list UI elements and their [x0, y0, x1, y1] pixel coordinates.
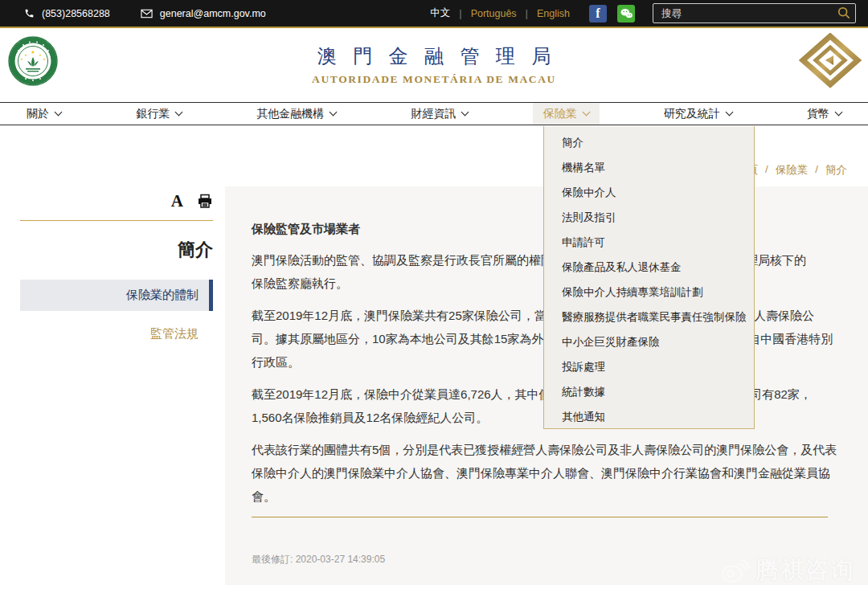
- main-nav: 關於 銀行業 其他金融機構 財經資訊 保險業 研究及統計 貨幣: [0, 102, 868, 125]
- email-contact[interactable]: general@amcm.gov.mo: [141, 8, 266, 19]
- text-line: 會。: [252, 485, 868, 508]
- site-title-chinese: 澳門金融管理局: [16, 43, 868, 69]
- chevron-down-icon: [725, 108, 733, 117]
- search-input[interactable]: [653, 3, 856, 23]
- amcm-diamond-logo[interactable]: [799, 33, 862, 89]
- chevron-down-icon: [175, 108, 183, 117]
- chevron-down-icon: [582, 108, 590, 117]
- lang-en[interactable]: English: [528, 8, 579, 19]
- sidebar-item-regulations[interactable]: 監管法規: [20, 318, 213, 350]
- dropdown-item-institutions-list[interactable]: 機構名單: [544, 155, 754, 180]
- nav-item-other-financial-institutions[interactable]: 其他金融機構: [246, 103, 346, 125]
- top-utility-bar: (853)28568288 general@amcm.gov.mo 中文 | P…: [0, 0, 868, 28]
- insurance-dropdown-menu: 簡介 機構名單 保險中介人 法則及指引 申請許可 保險產品及私人退休基金 保險中…: [543, 126, 755, 429]
- site-title-block[interactable]: 澳門金融管理局 AUTORIDADE MONETÁRIA DE MACAU: [0, 43, 868, 86]
- breadcrumb-current: 簡介: [825, 163, 847, 178]
- nav-item-financial-info[interactable]: 財經資訊: [400, 103, 478, 125]
- dropdown-item-licence-application[interactable]: 申請許可: [544, 230, 754, 255]
- text-line: 保險中介人的澳門保險業中介人協會、澳門保險專業中介人聯會、澳門保險中介行業協會和…: [252, 461, 868, 485]
- nav-item-banking[interactable]: 銀行業: [125, 103, 192, 125]
- dropdown-item-medical-liability-insurance[interactable]: 醫療服務提供者職業民事責任強制保險: [544, 305, 754, 329]
- chevron-down-icon: [55, 108, 63, 117]
- breadcrumb-separator: /: [815, 163, 818, 178]
- nav-label: 銀行業: [136, 107, 170, 121]
- wechat-icon[interactable]: [617, 5, 635, 22]
- nav-item-currency[interactable]: 貨幣: [796, 103, 852, 125]
- search-icon[interactable]: [837, 6, 850, 19]
- site-header: ★★★ ★★ 澳門金融管理局 AUTORIDADE MONETÁRIA DE M…: [0, 30, 868, 102]
- lang-pt[interactable]: Português: [462, 8, 526, 19]
- site-title-portuguese: AUTORIDADE MONETÁRIA DE MACAU: [0, 73, 868, 86]
- search-box: [653, 3, 856, 23]
- sidebar-item-insurance-system[interactable]: 保險業的體制: [20, 280, 213, 311]
- paragraph-associations: 代表該行業的團體共有5個，分別是代表已獲授權經營人壽保險公司及非人壽保險公司的澳…: [252, 438, 868, 508]
- nav-label: 保險業: [543, 107, 577, 121]
- breadcrumb-insurance[interactable]: 保險業: [776, 163, 809, 178]
- sidebar: A 簡介 保險業的體制 監管法規: [20, 193, 213, 357]
- font-size-button[interactable]: A: [171, 193, 183, 210]
- breadcrumb-separator: /: [765, 163, 768, 178]
- phone-contact: (853)28568288: [24, 8, 110, 19]
- phone-icon: [24, 8, 35, 18]
- lang-zh[interactable]: 中文: [421, 6, 459, 20]
- topbar-right-group: 中文 | Português | English f: [421, 3, 856, 23]
- content-divider: [252, 517, 828, 517]
- dropdown-item-other-notices[interactable]: 其他通知: [544, 404, 754, 429]
- print-icon[interactable]: [197, 194, 213, 209]
- amcm-website-page: (853)28568288 general@amcm.gov.mo 中文 | P…: [0, 0, 868, 593]
- email-address[interactable]: general@amcm.gov.mo: [160, 8, 266, 19]
- text-line: 代表該行業的團體共有5個，分別是代表已獲授權經營人壽保險公司及非人壽保險公司的澳…: [252, 438, 868, 461]
- nav-label: 其他金融機構: [256, 107, 324, 121]
- nav-item-about[interactable]: 關於: [16, 103, 72, 125]
- nav-label: 研究及統計: [664, 107, 720, 121]
- dropdown-item-sme-catastrophe-insurance[interactable]: 中小企巨災財產保險: [544, 329, 754, 354]
- chevron-down-icon: [330, 108, 338, 117]
- wechat-glyph: [620, 7, 633, 19]
- dropdown-item-complaints[interactable]: 投訴處理: [544, 354, 754, 379]
- nav-label: 財經資訊: [411, 107, 456, 121]
- dropdown-item-intro[interactable]: 簡介: [544, 130, 754, 155]
- facebook-icon[interactable]: f: [589, 5, 607, 22]
- page-tools: A: [20, 193, 213, 221]
- nav-label: 貨幣: [807, 107, 829, 121]
- nav-label: 關於: [27, 107, 49, 121]
- nav-item-insurance[interactable]: 保險業: [533, 103, 600, 125]
- dropdown-item-rules-guidelines[interactable]: 法則及指引: [544, 205, 754, 230]
- dropdown-item-products-pension-funds[interactable]: 保險產品及私人退休基金: [544, 255, 754, 280]
- mail-icon: [141, 9, 153, 18]
- dropdown-item-cpd-programme[interactable]: 保險中介人持續專業培訓計劃: [544, 280, 754, 305]
- chevron-down-icon: [461, 108, 469, 117]
- phone-number: (853)28568288: [42, 8, 110, 19]
- dropdown-item-statistics[interactable]: 統計數據: [544, 379, 754, 404]
- sidebar-section-title: 簡介: [20, 238, 213, 262]
- nav-item-research-statistics[interactable]: 研究及統計: [653, 103, 743, 125]
- chevron-down-icon: [834, 108, 842, 117]
- last-modified-text: 最後修訂: 2020-03-27 14:39:05: [252, 553, 868, 566]
- dropdown-item-insurance-intermediaries[interactable]: 保險中介人: [544, 180, 754, 205]
